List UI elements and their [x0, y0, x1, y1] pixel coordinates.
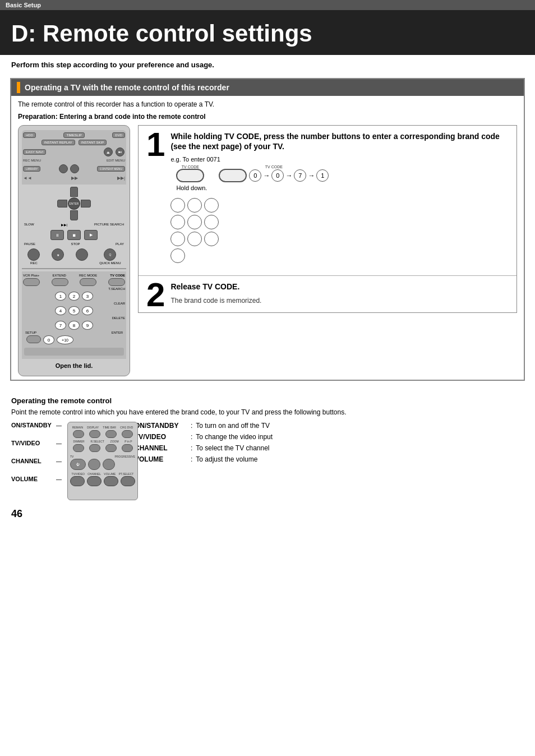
key-1: 1 [55, 292, 66, 301]
skip-fwd-label: ▶▶| [61, 223, 68, 227]
dpad-left [57, 200, 67, 208]
page-title: D: Remote control settings [0, 10, 535, 55]
hold-down-text: Hold down. [176, 185, 207, 191]
rselect-lbl: R.SELECT [90, 440, 104, 443]
content-row: HDD TIMESLIP DVD INSTANT REPLAY INSTANT … [18, 125, 517, 376]
top-bar-label: Basic Setup [6, 2, 41, 8]
grid-num-9 [204, 232, 219, 246]
steps-area: 1 While holding TV CODE, press the numbe… [138, 125, 517, 313]
info-colon-1: : [191, 433, 192, 441]
play-label: PLAY [116, 242, 124, 246]
delete-label: DELETE [23, 316, 125, 320]
key-5: 5 [68, 306, 80, 315]
channel-label-line: CHANNEL — [11, 458, 64, 464]
info-row-2: CHANNEL : To select the TV channel [135, 444, 524, 452]
step-1-content: While holding TV CODE, press the number … [170, 131, 509, 268]
step-1-number: 1 [146, 128, 165, 162]
step-2-block: 2 Release TV CODE. The brand code is mem… [139, 276, 516, 312]
round-btn-2 [70, 164, 79, 173]
slow-label: SLOW [24, 223, 34, 227]
info-key-2: CHANNEL [135, 444, 191, 452]
piip-lbl: P in P [124, 440, 132, 443]
info-colon-3: : [191, 455, 192, 463]
bottom-desc: Point the remote control into which you … [11, 408, 524, 416]
easy-navi-btn: EASY NAVI [23, 149, 46, 155]
clear-label: CLEAR [23, 302, 125, 305]
remote-separator [22, 268, 126, 269]
example-area: e.g. To enter 0071 TV CODE [170, 156, 509, 263]
seq-num-7: 7 [294, 169, 306, 182]
picture-search-label: PICTURE SEARCH [94, 223, 124, 227]
on-standby-btn: ⏻ [70, 459, 86, 470]
quick-menu-btn: Q [104, 248, 116, 261]
info-row-1: TV/VIDEO : To change the video input [135, 433, 524, 441]
timeslip-btn: TIMESLIP [63, 132, 84, 138]
vcr-plus-label: VCR Plus+ [23, 274, 40, 277]
grid-num-1 [170, 198, 185, 213]
tvvideo-arrow: — [56, 440, 62, 446]
info-val-1: To change the video input [196, 433, 273, 441]
number-grid-single [170, 248, 509, 263]
page-number: 46 [0, 506, 535, 524]
volume-label-line: VOLUME — [11, 476, 64, 482]
pause-btn: ⏸ [50, 230, 64, 240]
circle-btn [76, 248, 88, 261]
round-btn-1 [59, 164, 68, 173]
vcr-row: VCR Plus+ EXTEND REC MODE TV CODE [23, 274, 125, 277]
step-1-title: While holding TV CODE, press the number … [170, 131, 509, 151]
vcr-plus-btn [23, 278, 40, 286]
section-operating-tv: Operating a TV with the remote control o… [10, 78, 525, 381]
dvd-btn: DVD [112, 132, 125, 138]
volume-label: VOLUME [11, 476, 56, 482]
seq-num-1: 1 [316, 169, 329, 182]
tvvideo-label: TV/VIDEO [11, 440, 56, 446]
remote-illustration: HDD TIMESLIP DVD INSTANT REPLAY INSTANT … [18, 125, 130, 376]
info-table: ON/STANDBY : To turn on and off the TV T… [135, 422, 524, 467]
info-row-0: ON/STANDBY : To turn on and off the TV [135, 422, 524, 430]
extend-label: EXTEND [53, 274, 66, 277]
remote-top: HDD TIMESLIP DVD INSTANT REPLAY INSTANT … [22, 130, 126, 185]
chgdvd-lbl: CHG DVD [120, 426, 133, 429]
dpad-down [70, 210, 78, 220]
section-body: The remote control of this recorder has … [11, 96, 524, 380]
arrow-3: → [308, 172, 315, 179]
ptselect-rb-btn [121, 476, 135, 486]
step-1-block: 1 While holding TV CODE, press the numbe… [139, 126, 516, 276]
seq-num-0: 0 [249, 169, 261, 182]
volume-arrow: — [56, 476, 62, 482]
vcr-btn-row [23, 278, 125, 286]
step-2-number: 2 [146, 278, 165, 312]
rec-mode-label: REC MODE [79, 274, 97, 277]
info-key-0: ON/STANDBY [135, 422, 191, 430]
rb-btn-8 [122, 444, 133, 452]
grid-num-3 [204, 198, 219, 213]
bottom-content: ON/STANDBY — TV/VIDEO — CHANNEL — VOLUME… [11, 422, 524, 500]
grid-num-2 [187, 198, 202, 213]
instant-replay-btn: INSTANT REPLAY [41, 140, 75, 145]
keypad-row-3: 7 8 9 [23, 321, 125, 330]
header-bar-icon [17, 82, 20, 93]
rb-row-4 [70, 476, 135, 486]
info-val-3: To adjust the volume [196, 455, 257, 463]
info-val-0: To turn on and off the TV [196, 422, 270, 430]
top-bar: Basic Setup [0, 0, 535, 10]
key-2: 2 [68, 292, 80, 301]
timebar-lbl: TIME BAR [103, 426, 116, 429]
display-lbl: DISPLAY [87, 426, 99, 429]
eject-btn: ⏏ [104, 147, 113, 156]
pause-label: PAUSE [24, 242, 35, 246]
keypad-row-2: 4 5 6 [23, 306, 125, 315]
channel-small-lbl: CHANNEL [87, 472, 101, 476]
remote-bottom-illustration: ON/STANDBY — TV/VIDEO — CHANNEL — VOLUME… [11, 422, 123, 500]
content-menu-btn: CONTENT MENU [97, 166, 125, 172]
step-2-content: Release TV CODE. The brand code is memor… [170, 282, 509, 304]
keypad-row-4: 0 +10 [23, 335, 125, 344]
section-header: Operating a TV with the remote control o… [11, 79, 524, 96]
standby-label: ON/STANDBY [11, 422, 56, 428]
dimmer-lbl: DIMMER [73, 440, 84, 443]
number-sequence: 0 → 0 → 7 → 1 [249, 169, 329, 182]
rb-btn-1 [73, 430, 84, 438]
tv-section-lbl: TV [70, 455, 73, 458]
progressive-lbl: PROGRESSIVE [115, 455, 135, 458]
play-btn: ▶ [84, 230, 98, 240]
